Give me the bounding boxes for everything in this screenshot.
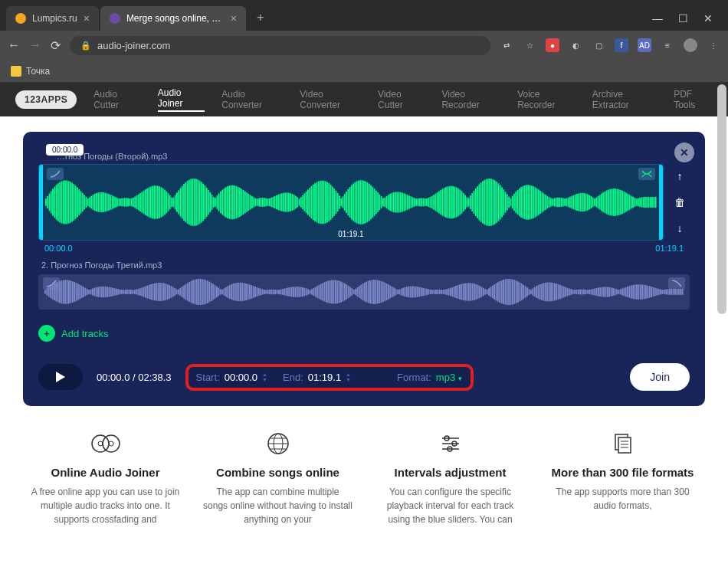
svg-rect-258 bbox=[496, 182, 497, 223]
svg-rect-554 bbox=[417, 287, 418, 297]
add-tracks-button[interactable]: + Add tracks bbox=[38, 325, 108, 342]
ext-icon-3[interactable]: ▢ bbox=[592, 38, 605, 52]
svg-rect-435 bbox=[200, 279, 202, 305]
svg-rect-111 bbox=[239, 188, 241, 217]
join-button[interactable]: Join bbox=[630, 363, 690, 391]
svg-rect-467 bbox=[258, 288, 260, 296]
svg-rect-358 bbox=[59, 281, 61, 303]
translate-icon[interactable]: ⇄ bbox=[500, 38, 513, 52]
nav-audio-cutter[interactable]: Audio Cutter bbox=[93, 89, 141, 110]
start-time-field[interactable]: Start: 00:00.0 ▲▼ bbox=[196, 372, 267, 383]
stepper-icon[interactable]: ▲▼ bbox=[346, 372, 351, 382]
stepper-icon[interactable]: ▲▼ bbox=[262, 372, 267, 382]
documents-icon bbox=[548, 429, 697, 458]
svg-rect-440 bbox=[208, 282, 210, 303]
track1-waveform[interactable]: 01:19.1 bbox=[38, 164, 664, 241]
nav-video-cutter[interactable]: Video Cutter bbox=[378, 89, 425, 110]
svg-rect-264 bbox=[507, 195, 508, 211]
svg-rect-80 bbox=[185, 182, 186, 222]
svg-rect-26 bbox=[90, 196, 92, 208]
svg-rect-540 bbox=[392, 287, 393, 297]
svg-rect-233 bbox=[452, 186, 454, 218]
svg-rect-92 bbox=[206, 188, 208, 217]
address-bar[interactable]: 🔒 audio-joiner.com bbox=[70, 36, 490, 55]
maximize-icon[interactable]: ☐ bbox=[678, 12, 688, 25]
close-tab-icon[interactable]: × bbox=[231, 12, 237, 25]
tab-title: Merge songs online, combine mp… bbox=[126, 13, 225, 24]
track2-waveform[interactable] bbox=[38, 274, 690, 310]
svg-rect-357 bbox=[57, 281, 59, 302]
move-down-button[interactable]: ↓ bbox=[670, 218, 690, 238]
format-selector[interactable]: Format: mp3 bbox=[397, 372, 463, 383]
svg-rect-617 bbox=[532, 288, 533, 295]
svg-rect-580 bbox=[464, 283, 466, 301]
svg-rect-11 bbox=[64, 180, 66, 224]
svg-rect-81 bbox=[187, 181, 189, 224]
svg-rect-23 bbox=[85, 197, 87, 208]
nav-video-recorder[interactable]: Video Recorder bbox=[441, 89, 500, 110]
bookmark-item[interactable]: Точка bbox=[26, 66, 50, 77]
svg-rect-234 bbox=[454, 186, 456, 218]
move-up-button[interactable]: ↑ bbox=[670, 166, 690, 186]
ext-icon-2[interactable]: ◐ bbox=[569, 38, 582, 52]
svg-rect-337 bbox=[634, 198, 635, 207]
nav-audio-joiner[interactable]: Audio Joiner bbox=[158, 87, 205, 112]
svg-rect-681 bbox=[649, 286, 651, 297]
star-icon[interactable]: ☆ bbox=[523, 38, 536, 52]
back-button[interactable]: ← bbox=[8, 38, 20, 52]
svg-rect-64 bbox=[157, 186, 159, 219]
svg-rect-584 bbox=[472, 283, 474, 301]
ext-icon-1[interactable]: ● bbox=[546, 38, 559, 52]
svg-rect-182 bbox=[363, 181, 365, 224]
svg-rect-263 bbox=[505, 192, 507, 212]
delete-track-button[interactable]: 🗑 bbox=[670, 192, 690, 212]
svg-rect-83 bbox=[190, 179, 192, 226]
play-button[interactable] bbox=[38, 364, 83, 390]
svg-rect-249 bbox=[480, 182, 482, 221]
svg-rect-670 bbox=[629, 286, 631, 298]
browser-tab-active[interactable]: Merge songs online, combine mp… × bbox=[100, 6, 246, 31]
svg-rect-622 bbox=[541, 283, 543, 300]
svg-rect-556 bbox=[421, 287, 422, 297]
svg-rect-270 bbox=[517, 190, 519, 215]
page-scrollbar[interactable] bbox=[717, 84, 726, 314]
forward-button[interactable]: → bbox=[29, 38, 41, 52]
svg-rect-451 bbox=[229, 285, 231, 299]
svg-rect-518 bbox=[351, 288, 353, 295]
svg-rect-181 bbox=[362, 180, 363, 224]
svg-rect-377 bbox=[93, 288, 95, 297]
svg-rect-655 bbox=[602, 287, 603, 297]
new-tab-button[interactable]: + bbox=[248, 5, 273, 31]
close-tab-icon[interactable]: × bbox=[84, 12, 90, 25]
svg-rect-268 bbox=[513, 194, 515, 211]
profile-avatar[interactable] bbox=[684, 38, 697, 52]
ext-icon-4[interactable]: f bbox=[615, 38, 628, 52]
nav-audio-converter[interactable]: Audio Converter bbox=[221, 89, 283, 110]
svg-rect-376 bbox=[92, 288, 93, 295]
nav-pdf-tools[interactable]: PDF Tools bbox=[674, 89, 713, 110]
svg-rect-284 bbox=[542, 192, 543, 213]
minimize-icon[interactable]: — bbox=[652, 12, 663, 25]
reload-button[interactable]: ⟳ bbox=[51, 38, 61, 53]
svg-rect-279 bbox=[533, 186, 534, 218]
svg-rect-475 bbox=[273, 290, 274, 294]
svg-rect-659 bbox=[608, 287, 610, 297]
end-time-field[interactable]: End: 01:19.1 ▲▼ bbox=[283, 372, 351, 383]
reading-list-icon[interactable]: ≡ bbox=[661, 38, 674, 52]
browser-tab[interactable]: Lumpics.ru × bbox=[6, 6, 99, 31]
svg-rect-183 bbox=[365, 182, 366, 224]
nav-voice-recorder[interactable]: Voice Recorder bbox=[517, 89, 576, 110]
ext-icon-5[interactable]: AD bbox=[638, 38, 651, 52]
close-window-icon[interactable]: ✕ bbox=[703, 12, 713, 25]
svg-rect-688 bbox=[661, 290, 663, 293]
svg-rect-245 bbox=[474, 191, 475, 214]
site-logo[interactable]: 123APPS bbox=[15, 90, 77, 109]
nav-archive-extractor[interactable]: Archive Extractor bbox=[592, 89, 657, 110]
svg-rect-223 bbox=[435, 194, 436, 211]
svg-rect-287 bbox=[546, 196, 548, 209]
svg-rect-672 bbox=[632, 285, 634, 299]
svg-rect-636 bbox=[566, 288, 568, 297]
menu-icon[interactable]: ⋮ bbox=[707, 38, 720, 52]
nav-video-converter[interactable]: Video Converter bbox=[300, 89, 361, 110]
svg-rect-645 bbox=[583, 290, 585, 295]
